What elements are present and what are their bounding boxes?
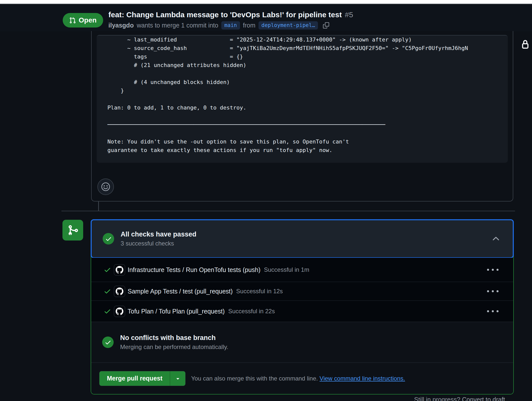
- chevron-up-icon[interactable]: [492, 235, 500, 243]
- cli-merge-hint: You can also merge this with the command…: [191, 375, 405, 382]
- head-branch-link[interactable]: deployment-pipel…: [259, 21, 318, 30]
- check-status: Successful in 22s: [228, 308, 275, 315]
- check-status: Successful in 12s: [236, 288, 283, 295]
- timeline-connector: [98, 202, 99, 211]
- convert-to-draft-row: Still in progress? Convert to draft: [414, 396, 505, 401]
- code-block: ~ last_modified = "2025-12-24T14:29:48.1…: [97, 35, 508, 163]
- pr-action-text: wants to merge 1 commit into: [137, 22, 218, 29]
- triangle-down-icon: [175, 376, 181, 382]
- tofu-plan-output: ~ last_modified = "2025-12-24T14:29:48.1…: [97, 36, 508, 154]
- checks-summary-title: All checks have passed: [121, 230, 196, 238]
- merge-options-dropdown[interactable]: [170, 371, 185, 386]
- pr-status-badge: Open: [63, 13, 103, 28]
- draft-question-text: Still in progress?: [414, 396, 460, 401]
- pr-status-label: Open: [79, 16, 97, 24]
- github-actions-avatar: [114, 306, 125, 317]
- merge-box: All checks have passed 3 successful chec…: [91, 219, 514, 394]
- browser-chrome-strip: [0, 0, 532, 4]
- merge-button-group: Merge pull request: [99, 371, 186, 386]
- pr-subtitle: ilyasgdo wants to merge 1 commit into ma…: [108, 20, 329, 30]
- discussion-divider: [61, 211, 515, 211]
- check-row: Sample App Tests / test (pull_request) S…: [91, 282, 513, 301]
- check-success-icon: [104, 308, 111, 315]
- checks-list: Infrastructure Tests / Run OpenTofu test…: [91, 258, 513, 322]
- copy-branch-button[interactable]: [323, 22, 329, 28]
- no-conflicts-icon: [102, 336, 114, 348]
- check-options-kebab-icon[interactable]: [487, 289, 499, 294]
- check-name: Tofu Plan / Tofu Plan (pull_request): [128, 308, 225, 315]
- base-branch-link[interactable]: main: [221, 21, 240, 30]
- pr-number: #5: [345, 10, 353, 19]
- check-name: Infrastructure Tests / Run OpenTofu test…: [128, 266, 261, 274]
- check-options-kebab-icon[interactable]: [487, 267, 499, 272]
- checks-passed-icon: [103, 233, 114, 244]
- checks-summary-subtitle: 3 successful checks: [121, 240, 196, 247]
- conflicts-title: No conflicts with base branch: [120, 334, 228, 342]
- smiley-icon: [101, 182, 111, 192]
- view-cli-instructions-link[interactable]: View command line instructions.: [319, 375, 405, 382]
- check-row: Infrastructure Tests / Run OpenTofu test…: [91, 258, 513, 282]
- conflicts-section: No conflicts with base branch Merging ca…: [91, 322, 513, 362]
- merge-status-badge: [62, 220, 83, 240]
- check-options-kebab-icon[interactable]: [487, 309, 499, 314]
- github-actions-avatar: [114, 264, 125, 276]
- pr-from-text: from: [243, 22, 256, 29]
- copy-icon: [323, 22, 329, 28]
- check-name: Sample App Tests / test (pull_request): [128, 288, 233, 295]
- check-success-icon: [104, 288, 111, 295]
- conflicts-subtitle: Merging can be performed automatically.: [120, 344, 228, 350]
- check-success-icon: [104, 266, 111, 274]
- check-row: Tofu Plan / Tofu Plan (pull_request) Suc…: [91, 301, 513, 322]
- merge-pull-request-button[interactable]: Merge pull request: [99, 371, 170, 386]
- merge-action-section: Merge pull request You can also merge th…: [91, 362, 513, 394]
- comment-body: ~ last_modified = "2025-12-24T14:29:48.1…: [91, 31, 513, 202]
- convert-to-draft-link[interactable]: Convert to draft: [462, 396, 505, 401]
- pr-sticky-header: Open feat: Change Lambda message to 'Dev…: [0, 5, 532, 31]
- git-merge-icon: [67, 224, 79, 236]
- add-reaction-button[interactable]: [97, 178, 114, 195]
- pr-author-link[interactable]: ilyasgdo: [108, 22, 134, 29]
- git-pull-request-icon: [69, 17, 76, 24]
- check-status: Successful in 1m: [264, 266, 309, 273]
- github-actions-avatar: [114, 286, 125, 297]
- pr-title: feat: Change Lambda message to 'DevOps L…: [108, 10, 353, 19]
- checks-summary-toggle[interactable]: All checks have passed 3 successful chec…: [91, 219, 514, 258]
- lock-icon: [521, 39, 530, 50]
